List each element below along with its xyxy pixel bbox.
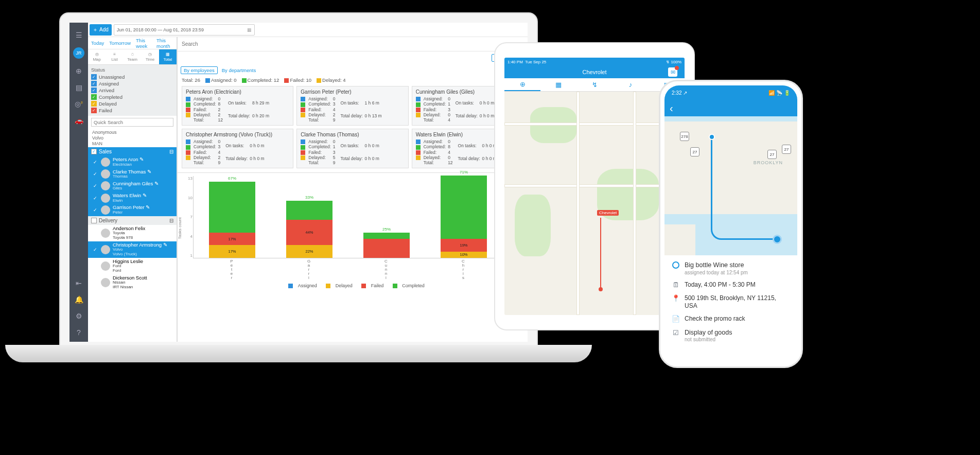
status-ring-icon <box>672 261 679 269</box>
x-tick-label: Chris <box>440 259 486 280</box>
employee-item[interactable]: ✓Garrison Peter ✎Peter <box>88 204 177 216</box>
preset-tomorrow[interactable]: Tomorrow <box>109 40 131 46</box>
by-employees-tab[interactable]: By employees <box>181 66 218 74</box>
task-details: Big bottle Wine storeassigned today at 1… <box>664 255 797 362</box>
preset-today[interactable]: Today <box>91 40 104 46</box>
add-button[interactable]: ＋ Add <box>90 24 112 36</box>
grouping-tabs: By employees By departments <box>178 64 528 76</box>
totals-row: Total: 26 Assigned: 0 Completed: 12 Fail… <box>178 76 528 86</box>
pin-icon: 📍 <box>672 294 680 303</box>
form-row[interactable]: ☑Display of goodsnot submitted <box>672 329 790 343</box>
chart-bar: 25% <box>363 233 410 258</box>
employee-card[interactable]: Peters Aron (Electrician) Assigned:0 Com… <box>182 86 293 126</box>
employee-item[interactable]: ✓Peters Aron ✎Electrician <box>88 156 177 168</box>
employee-item[interactable]: ✓Christopher Armstrong ✎VolvoVolvo (Truc… <box>88 241 177 258</box>
gear-icon[interactable]: ⚙ <box>76 312 82 320</box>
chart-legend: Assigned Delayed Failed Completed <box>193 283 522 288</box>
employee-item[interactable]: ✓Cunningham Giles ✎Giles <box>88 180 177 192</box>
car-icon[interactable]: 🚗 <box>75 116 83 125</box>
location-icon[interactable]: ◎β <box>75 100 82 108</box>
tablet-tab-bell[interactable]: ♪ <box>612 78 649 91</box>
preset-month[interactable]: This month <box>156 38 173 49</box>
current-location-marker <box>773 235 782 244</box>
tablet-tab-grid[interactable]: ▦ <box>540 78 576 91</box>
status-failed[interactable]: ✓Failed <box>91 107 173 114</box>
tablet-screen: 1:40 PM Tue Sep 25 ↯ 100% Chevrolet ✉ ⊕ … <box>504 58 685 315</box>
date-range-picker[interactable]: Jun 01, 2018 00:00 — Aug 01, 2018 23:59▦ <box>114 24 255 36</box>
preset-week[interactable]: This week <box>136 38 151 49</box>
back-icon[interactable]: ‹ <box>670 102 673 114</box>
view-tabs: ◎Map ≡List ⍥Team ◷Time ▦Total <box>88 49 177 65</box>
status-completed[interactable]: ✓Completed <box>91 94 173 100</box>
tab-time[interactable]: ◷Time <box>141 49 159 64</box>
route-shield: 27 <box>690 147 699 156</box>
bell-icon[interactable]: 🔔 <box>75 295 83 304</box>
employee-item[interactable]: Higgins LeslieFordFord <box>88 258 177 274</box>
task-title-row: Big bottle Wine storeassigned today at 1… <box>672 261 790 276</box>
tablet-statusbar: 1:40 PM Tue Sep 25 ↯ 100% <box>504 58 685 66</box>
quick-search-input[interactable] <box>91 118 173 127</box>
collapse-icon: ⊟ <box>169 149 173 154</box>
employee-item[interactable]: Anderson FelixToyotaToyota 978 <box>88 225 177 241</box>
chart-panel: Tasks count 1310741 67%17%17%33%44%22%25… <box>178 172 528 342</box>
tab-map[interactable]: ◎Map <box>88 49 106 64</box>
by-departments-tab[interactable]: By departments <box>222 67 256 73</box>
mail-icon[interactable]: ✉ <box>668 67 677 77</box>
tablet-tab-route[interactable]: ↯ <box>576 78 612 91</box>
status-unassigned[interactable]: ✓Unassigned <box>91 74 173 80</box>
stacked-bar-chart: 1310741 67%17%17%33%44%22%25%71%19%10% <box>193 176 522 258</box>
phone-statusbar: 2:32 ↗📶 📡 🔋 <box>664 85 797 100</box>
laptop-base <box>5 345 592 362</box>
status-assigned[interactable]: ✓Assigned <box>91 80 173 87</box>
employee-cards: Peters Aron (Electrician) Assigned:0 Com… <box>178 86 528 172</box>
x-tick-label: Cunni <box>363 259 409 280</box>
note-icon: 📄 <box>672 315 680 323</box>
toolbar: ＋ Add Jun 01, 2018 00:00 — Aug 01, 2018 … <box>88 23 528 37</box>
anonymous-item[interactable]: Anonymous Volvo MAN <box>88 129 177 147</box>
tab-list[interactable]: ≡List <box>106 49 123 64</box>
employee-item[interactable]: ✓Waters Elwin ✎Elwin <box>88 192 177 204</box>
address-row[interactable]: 📍500 19th St, Brooklyn, NY 11215, USA <box>672 294 790 310</box>
status-filter: Status ✓Unassigned✓Assigned✓Arrived✓Comp… <box>88 65 177 116</box>
x-tick-label: Garri <box>286 259 332 280</box>
group-delivery[interactable]: Delivery⊟ <box>88 216 177 225</box>
time-window-row: 🗓Today, 4:00 PM - 5:30 PM <box>672 281 790 289</box>
calendar-icon: 🗓 <box>672 281 680 289</box>
phone-frame: 2:32 ↗📶 📡 🔋 ‹ BROOKLYN 278 27 27 27 Big … <box>659 80 803 368</box>
tablet-tabs: ⊕ ▦ ↯ ♪ ✉ <box>504 78 685 92</box>
vehicle-marker[interactable]: Chevrolet <box>597 210 619 216</box>
exit-icon[interactable]: ⇤ <box>76 279 82 287</box>
chart-ylabel: Tasks count <box>178 217 182 239</box>
status-delayed[interactable]: ✓Delayed <box>91 100 173 107</box>
globe-icon[interactable]: ⊕ <box>76 67 82 75</box>
route-shield: 27 <box>767 150 777 159</box>
employee-item[interactable]: Dickerson ScottNissanIRT Nissan <box>88 274 177 291</box>
tab-team[interactable]: ⍥Team <box>124 49 141 64</box>
employee-card[interactable]: Garrison Peter (Peter) Assigned:0 Comple… <box>296 86 408 126</box>
tablet-map[interactable]: Chevrolet <box>504 92 685 315</box>
status-arrived[interactable]: ✓Arrived <box>91 87 173 94</box>
search-input[interactable] <box>178 37 528 51</box>
chart-bar: 71%19%10% <box>441 176 487 258</box>
tab-total[interactable]: ▦Total <box>159 49 177 64</box>
employee-item[interactable]: ✓Clarke Thomas ✎Thomas <box>88 168 177 180</box>
collapse-icon: ⊟ <box>169 218 173 223</box>
route-shield: 27 <box>782 145 791 154</box>
main-panel: Status: any By employees By departments … <box>177 37 528 342</box>
date-presets: Today Tomorrow This week This month <box>88 37 177 49</box>
menu-icon[interactable]: ☰ <box>76 31 82 39</box>
phone-header: ‹ <box>664 100 797 116</box>
nav-column: ☰ JR ⊕ ▤ ◎β 🚗 ⇤ 🔔 ⚙ ? <box>69 23 88 342</box>
tablet-tab-globe[interactable]: ⊕ <box>504 78 540 91</box>
employee-card[interactable]: Christopher Armstrong (Volvo (Truck)) As… <box>182 129 293 168</box>
x-tick-label: Peter <box>208 259 255 280</box>
route-shield: 278 <box>680 132 689 141</box>
laptop-frame: ☰ JR ⊕ ▤ ◎β 🚗 ⇤ 🔔 ⚙ ? ＋ Add Jun 01, 2018… <box>59 12 538 347</box>
chart-icon[interactable]: ▤ <box>76 83 82 92</box>
phone-map[interactable]: BROOKLYN 278 27 27 27 <box>664 116 797 255</box>
employee-card[interactable]: Clarke Thomas (Thomas) Assigned:0 Comple… <box>296 129 408 168</box>
tablet-header: Chevrolet ✉ <box>504 66 685 78</box>
group-sales[interactable]: ✓Sales⊟ <box>88 147 177 156</box>
avatar[interactable]: JR <box>73 47 84 59</box>
help-icon[interactable]: ? <box>77 328 81 337</box>
